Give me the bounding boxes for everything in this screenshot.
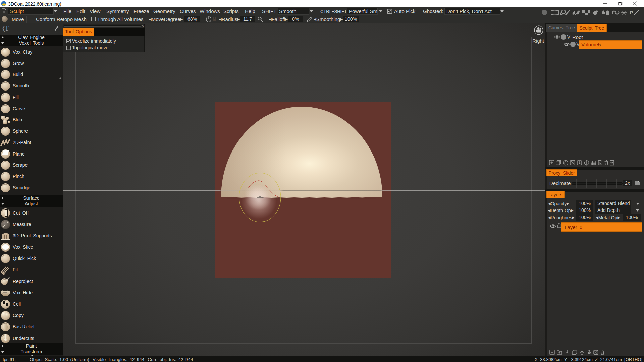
svg-text:P: P <box>630 10 633 15</box>
